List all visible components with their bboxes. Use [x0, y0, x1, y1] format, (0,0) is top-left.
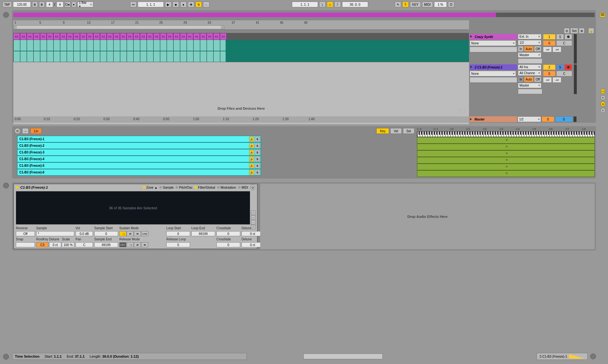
speaker-icon[interactable]: 🔊 — [249, 170, 254, 175]
monitor-auto-button[interactable]: Auto — [524, 46, 534, 52]
empty-lane-track-2[interactable] — [13, 62, 469, 93]
input-channel-select[interactable]: All Channe — [518, 70, 541, 76]
output-route-select[interactable]: Master — [518, 52, 541, 58]
solo-mini-button[interactable]: S — [255, 150, 260, 155]
mixer-toggle[interactable]: M — [600, 101, 605, 107]
speaker-icon[interactable]: 🔊 — [249, 137, 254, 142]
monitor-in-button[interactable]: In — [518, 46, 524, 52]
sample-row[interactable]: C1-B3 (Freeze)-2 🔊S — [17, 142, 261, 149]
clip[interactable]: C1 — [167, 33, 173, 40]
pan-c-button[interactable]: C — [556, 40, 572, 46]
detune2-value[interactable]: 0 ct — [49, 242, 62, 247]
solo-button[interactable]: S — [556, 64, 564, 70]
track-slot[interactable] — [518, 58, 542, 64]
view-m-button[interactable]: M — [251, 215, 255, 220]
tap-button[interactable]: TAP — [3, 2, 12, 7]
pitch-tab[interactable]: Pitch/Osc — [175, 186, 193, 189]
clip[interactable]: C1 — [53, 33, 60, 40]
status-meter[interactable] — [303, 354, 383, 359]
filter-tab[interactable]: Filter/Global — [195, 186, 215, 189]
zone-tab[interactable]: Zone ▲ — [143, 186, 157, 189]
master-val-b[interactable]: 0 — [555, 116, 573, 122]
clip[interactable]: C1 — [127, 33, 133, 40]
quantize-select[interactable]: 1 Bar ▾ — [77, 2, 93, 7]
clip[interactable]: C1 — [213, 33, 220, 40]
key-zone[interactable] — [417, 137, 595, 144]
track-name[interactable]: 2 C1-B3 (Freeze)-1 — [470, 64, 517, 70]
clip[interactable]: C1 — [187, 33, 193, 40]
metronome-button[interactable]: O● — [65, 2, 70, 7]
draw-mode-button[interactable]: ‼ — [402, 2, 409, 7]
key-zone[interactable] — [417, 150, 595, 157]
sample-end-value[interactable]: 88199 — [94, 242, 118, 247]
sample-start-value[interactable]: 0 — [94, 231, 118, 236]
sample-name-value[interactable]: * — [36, 231, 74, 236]
device-select[interactable]: None — [470, 40, 516, 46]
speaker-icon[interactable]: 🔊 — [249, 150, 254, 155]
clip[interactable]: C1 — [193, 33, 200, 40]
solo-mini-button[interactable]: S — [255, 163, 260, 168]
arrangement-position[interactable]: 1. 1. 1 — [138, 2, 164, 7]
sample-row[interactable]: C1-B3 (Freeze)-5 🔊S — [17, 162, 261, 169]
view-l-button[interactable]: L — [251, 220, 255, 224]
reverse-value[interactable]: Off — [16, 231, 35, 236]
automation-arm-button[interactable]: ↯ — [195, 2, 202, 7]
track-slot[interactable] — [518, 89, 542, 94]
status-clip-tag[interactable]: 2-C1-B3 (Freeze)-1 — [537, 353, 588, 360]
key-tab[interactable]: Key — [376, 128, 389, 134]
lock-button[interactable]: 🔒 — [588, 28, 594, 34]
clip[interactable]: C1 — [113, 33, 120, 40]
master-out-select[interactable]: 1/2 — [518, 116, 541, 122]
clip[interactable]: C1 — [160, 33, 167, 40]
track-activator[interactable]: 1 — [543, 34, 556, 40]
power-icon[interactable]: ⟳ — [15, 128, 20, 134]
punch-out-button[interactable]: ⤴ — [334, 2, 341, 7]
solo-mini-button[interactable]: S — [255, 170, 260, 175]
send-0-value[interactable]: 0 — [543, 40, 556, 46]
clip[interactable]: C1 — [140, 33, 147, 40]
key-map-button[interactable]: KEY — [410, 2, 421, 7]
vel-tab[interactable]: Vel — [390, 128, 402, 134]
monitor-off-button[interactable]: Off — [534, 46, 541, 52]
monitor-off-button[interactable]: Off — [534, 76, 541, 82]
clip[interactable]: C1 — [33, 33, 40, 40]
stop-button[interactable]: ■ — [173, 2, 179, 7]
device-save-icon[interactable]: ⊙ — [250, 185, 255, 190]
overdub-button[interactable]: ✚ — [188, 2, 194, 7]
clip[interactable]: C1 — [100, 33, 107, 40]
clip[interactable]: C1 — [120, 33, 127, 40]
device-on-icon[interactable] — [16, 186, 18, 189]
sample-tab[interactable]: Sample — [159, 186, 174, 189]
clip[interactable]: C1 — [153, 33, 160, 40]
input-channel-select[interactable]: 1/2 — [518, 40, 541, 45]
set-locator-button[interactable]: Set — [570, 28, 578, 34]
help-view-toggle[interactable] — [3, 354, 9, 360]
sample-row[interactable]: C1-B3 (Freeze)-6 🔊S — [17, 169, 261, 176]
release-mode-buttons[interactable]: OFF→|⇄⇆ — [119, 242, 157, 247]
sustain-mode-buttons[interactable]: →|⇄⇆Link — [119, 231, 157, 236]
snap-button[interactable] — [16, 242, 35, 247]
key-zone[interactable] — [417, 157, 595, 164]
follow-button[interactable]: ↦ — [130, 2, 136, 7]
audio-lane-track-1[interactable] — [13, 40, 469, 62]
clip[interactable]: C1 — [67, 33, 73, 40]
vol-value[interactable]: 0.0 dB — [76, 231, 93, 236]
sel-tab[interactable]: Sel — [403, 128, 414, 134]
sample-display[interactable]: 36 of 36 Samples Are Selected B M L R — [16, 191, 250, 224]
punch-in-button[interactable]: ⤵ — [319, 2, 326, 7]
play-button[interactable]: ▶ — [165, 2, 171, 7]
time-ruler[interactable]: 0:00 0:10 0:20 0:30 0:40 0:50 1:00 1:10 … — [13, 116, 469, 123]
loop-end-value[interactable]: 88199 — [191, 231, 215, 236]
device-select[interactable]: None — [470, 71, 516, 76]
view-b-button[interactable]: B — [251, 211, 255, 215]
clip[interactable]: C1 — [173, 33, 180, 40]
pencil-button[interactable]: ✎ — [395, 2, 401, 7]
clip[interactable]: C1 — [40, 33, 47, 40]
clip[interactable]: C1 — [220, 33, 227, 40]
loop-start-value[interactable]: 0 — [166, 231, 190, 236]
track-slot[interactable] — [470, 77, 517, 83]
solo-mini-button[interactable]: S — [255, 137, 260, 142]
nudge-down-button[interactable]: Ⅲ — [32, 2, 38, 7]
loop-button[interactable]: ◇ — [327, 2, 333, 7]
loop-length-field[interactable]: 36. 0. 0 — [342, 2, 368, 7]
